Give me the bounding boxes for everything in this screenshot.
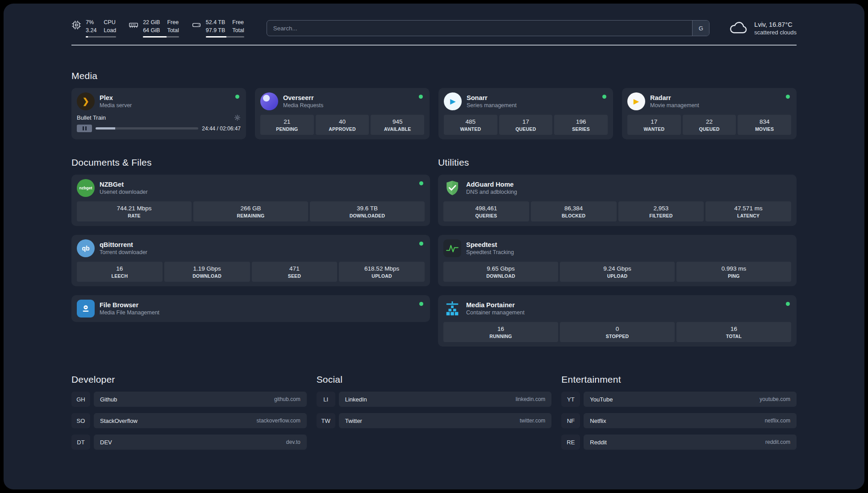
stat-box: 39.6 TBDOWNLOADED [310,201,425,221]
service-link-plex[interactable]: ❯ Plex Media server [77,92,241,110]
service-link-adguard[interactable]: AdGuard Home DNS and adblocking [443,179,791,197]
disk-free-value: 52.4 TB [206,19,225,27]
pause-button[interactable] [77,125,92,132]
search-provider-button[interactable]: G [692,21,709,36]
cpu-icon [71,20,81,32]
weather-widget: Lviv, 16.87°C scattered clouds [728,20,797,37]
status-dot [235,95,239,99]
speedtest-graph-icon [443,239,461,257]
stat-box: 834MOVIES [738,115,791,135]
bookmark-abbr: DT [71,435,90,450]
topbar-divider [71,45,797,46]
service-link-overseerr[interactable]: Overseerr Media Requests [260,92,424,110]
service-link-nzbget[interactable]: nzbget NZBGet Usenet downloader [77,179,425,197]
adguard-shield-icon [443,179,461,197]
sonarr-icon: ▶ [444,92,462,110]
stat-box: 21PENDING [260,115,314,135]
service-card-filebrowser: File Browser Media File Management [71,295,430,322]
bookmark-group-developer: Developer GH Githubgithub.com SO StackOv… [71,374,307,456]
stat-box: 16TOTAL [676,322,791,342]
stat-box: 47.571 msLATENCY [705,201,791,221]
service-link-radarr[interactable]: ▶ Radarr Movie management [627,92,791,110]
service-card-portainer: Media Portainer Container management 16R… [438,295,797,347]
memory-total-value: 64 GiB [143,27,160,35]
memory-free-label: Free [167,19,179,27]
service-card-overseerr: Overseerr Media Requests 21PENDING 40APP… [255,88,430,139]
stat-box: 17QUEUED [499,115,553,135]
status-dot [419,95,423,99]
bookmark-github[interactable]: GH Githubgithub.com [71,392,307,407]
bookmark-abbr: GH [71,392,90,407]
stat-box: 744.21 MbpsRATE [77,201,192,221]
settings-gear-icon[interactable] [234,114,241,121]
bookmark-linkedin[interactable]: LI LinkedInlinkedin.com [317,392,552,407]
section-media: Media ❯ Plex Media server Bullet Train [71,71,797,139]
section-title-documents: Documents & Files [71,157,430,168]
bookmark-reddit[interactable]: RE Redditreddit.com [561,435,797,450]
service-card-radarr: ▶ Radarr Movie management 17WANTED 22QUE… [622,88,797,139]
disk-total-label: Total [232,27,244,35]
resource-cpu: 7% 3.24 CPU Load [71,19,116,38]
stat-box: 618.52 MbpsUPLOAD [339,262,425,282]
stat-box: 266 GBREMAINING [193,201,308,221]
bookmark-abbr: LI [317,392,335,407]
bookmark-group-social: Social LI LinkedInlinkedin.com TW Twitte… [317,374,552,456]
filebrowser-icon [77,300,95,318]
service-link-filebrowser[interactable]: File Browser Media File Management [77,300,425,318]
section-utilities: Utilities AdGuard Home DNS and adblockin… [438,157,797,347]
service-link-speedtest[interactable]: Speedtest Speedtest Tracking [443,239,791,257]
cpu-percent: 7% [86,19,96,27]
section-title-social: Social [317,374,552,385]
cloud-icon [728,20,749,37]
plex-icon: ❯ [77,92,95,110]
cpu-progressbar [86,36,116,38]
service-desc: Media server [100,102,132,109]
service-card-adguard: AdGuard Home DNS and adblocking 498,461Q… [438,175,797,226]
section-title-media: Media [71,71,797,81]
stat-box: 0STOPPED [560,322,675,342]
service-link-portainer[interactable]: Media Portainer Container management [443,300,791,318]
stat-box: 0.993 msPING [676,262,791,282]
status-dot [419,302,423,306]
stat-box: 485WANTED [444,115,497,135]
overseerr-icon [260,92,278,110]
stat-box: 498,461QUERIES [443,201,529,221]
stat-box: 9.24 GbpsUPLOAD [560,262,675,282]
playback-time: 24:44 / 02:06:47 [202,125,241,132]
section-title-developer: Developer [71,374,307,385]
service-link-qbittorrent[interactable]: qb qBittorrent Torrent downloader [77,239,425,257]
bookmark-twitter[interactable]: TW Twittertwitter.com [317,413,552,428]
service-card-nzbget: nzbget NZBGet Usenet downloader 744.21 M… [71,175,430,226]
stat-box: 196SERIES [554,115,608,135]
topbar: 7% 3.24 CPU Load 22 GiB 64 GiB [71,19,797,38]
service-card-plex: ❯ Plex Media server Bullet Train [71,88,246,139]
stat-box: 9.65 GbpsDOWNLOAD [443,262,558,282]
memory-free-value: 22 GiB [143,19,160,27]
qbittorrent-icon: qb [77,239,95,257]
playback-progressbar[interactable] [96,127,198,130]
stat-box: 16LEECH [77,262,163,282]
memory-total-label: Total [167,27,179,35]
portainer-crane-icon [443,300,461,318]
bookmark-abbr: SO [71,413,90,428]
search-input[interactable] [267,20,710,36]
stat-box: 1.19 GbpsDOWNLOAD [164,262,250,282]
status-dot [786,302,790,306]
stat-box: 86,384BLOCKED [531,201,617,221]
bookmark-netflix[interactable]: NF Netflixnetflix.com [561,413,797,428]
bookmark-youtube[interactable]: YT YouTubeyoutube.com [561,392,797,407]
now-playing-title: Bullet Train [77,114,106,121]
disk-icon [192,20,201,32]
status-dot [419,242,423,246]
weather-condition: scattered clouds [754,29,797,36]
section-title-entertainment: Entertainment [561,374,797,385]
bookmark-stackoverflow[interactable]: SO StackOverflowstackoverflow.com [71,413,307,428]
resource-memory: 22 GiB 64 GiB Free Total [129,19,179,38]
bookmark-dev[interactable]: DT DEVdev.to [71,435,307,450]
service-link-sonarr[interactable]: ▶ Sonarr Series management [444,92,608,110]
service-name: Plex [100,94,132,101]
plex-now-playing: Bullet Train 24:44 / 02:06:47 [77,114,241,132]
bookmark-abbr: NF [561,413,580,428]
bookmark-abbr: YT [561,392,580,407]
memory-icon [129,20,138,32]
